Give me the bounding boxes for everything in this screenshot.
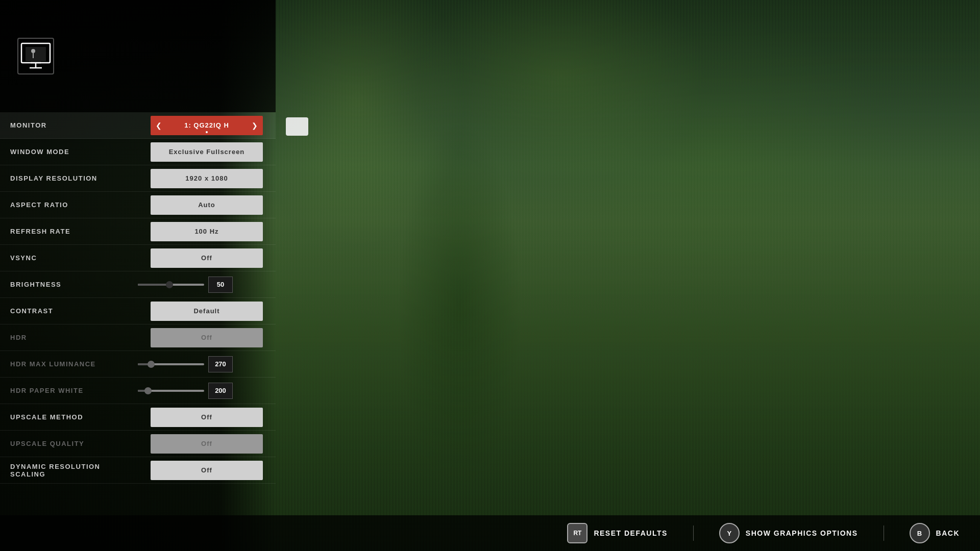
setting-row-hdr_paper_white: HDR PAPER WHITE200 <box>0 378 276 404</box>
setting-control-aspect_ratio[interactable]: Auto <box>138 195 276 215</box>
value-btn-vsync[interactable]: Off <box>151 248 263 268</box>
setting-label-dynamic_resolution_scaling: DYNAMIC RESOLUTION SCALING <box>0 463 138 478</box>
value-btn-contrast[interactable]: Default <box>151 302 263 321</box>
setting-label-aspect_ratio: ASPECT RATIO <box>0 201 138 209</box>
setting-label-upscale_method: UPSCALE METHOD <box>0 413 138 421</box>
slider-input-hdr_paper_white[interactable]: 200 <box>208 383 233 399</box>
selector-dot-monitor <box>206 131 208 133</box>
value-btn-aspect_ratio[interactable]: Auto <box>151 195 263 215</box>
bottom-action-back[interactable]: BBACK <box>910 523 960 543</box>
setting-row-contrast: CONTRASTDefault <box>0 298 276 324</box>
svg-point-6 <box>31 49 35 53</box>
slider-thumb-hdr_paper_white[interactable] <box>144 387 152 394</box>
action-icon-reset_defaults: RT <box>567 523 587 543</box>
setting-label-brightness: BRIGHTNESS <box>0 281 138 288</box>
slider-fill-brightness <box>138 284 169 286</box>
setting-control-brightness[interactable]: 50 <box>138 277 276 293</box>
setting-control-upscale_method[interactable]: Off <box>138 408 276 427</box>
setting-row-upscale_method: UPSCALE METHODOff <box>0 404 276 431</box>
slider-input-brightness[interactable]: 50 <box>208 277 233 293</box>
value-btn-upscale_method[interactable]: Off <box>151 408 263 427</box>
setting-control-window_mode[interactable]: Exclusive Fullscreen <box>138 142 276 162</box>
setting-control-hdr[interactable]: Off <box>138 328 276 347</box>
setting-label-hdr_paper_white: HDR PAPER WHITE <box>0 387 138 394</box>
setting-row-window_mode: WINDOW MODEExclusive Fullscreen <box>0 139 276 165</box>
value-btn-refresh_rate[interactable]: 100 Hz <box>151 222 263 241</box>
slider-track-brightness[interactable] <box>138 284 204 286</box>
action-icon-back: B <box>910 523 930 543</box>
setting-row-upscale_quality: UPSCALE QUALITYOff <box>0 431 276 457</box>
setting-control-refresh_rate[interactable]: 100 Hz <box>138 222 276 241</box>
setting-row-hdr_max_luminance: HDR MAX LUMINANCE270 <box>0 351 276 378</box>
setting-label-vsync: VSYNC <box>0 254 138 262</box>
setting-row-brightness: BRIGHTNESS50 <box>0 271 276 298</box>
setting-row-dynamic_resolution_scaling: DYNAMIC RESOLUTION SCALINGOff <box>0 457 276 484</box>
selector-monitor[interactable]: ❮1: QG22IQ H❯ <box>151 116 263 135</box>
setting-row-monitor: MONITOR❮1: QG22IQ H❯ <box>0 112 276 139</box>
setting-control-monitor[interactable]: ❮1: QG22IQ H❯ <box>138 116 276 135</box>
setting-label-hdr_max_luminance: HDR MAX LUMINANCE <box>0 360 138 368</box>
setting-label-window_mode: WINDOW MODE <box>0 148 138 156</box>
divider <box>884 525 884 541</box>
slider-container-brightness[interactable]: 50 <box>138 277 276 293</box>
header-panel <box>0 0 276 112</box>
setting-label-monitor: MONITOR <box>0 121 138 129</box>
setting-control-hdr_max_luminance[interactable]: 270 <box>138 356 276 372</box>
value-btn-hdr: Off <box>151 328 263 347</box>
slider-container-hdr_paper_white[interactable]: 200 <box>138 383 276 399</box>
setting-control-hdr_paper_white[interactable]: 200 <box>138 383 276 399</box>
settings-panel: MONITOR❮1: QG22IQ H❯WINDOW MODEExclusive… <box>0 112 276 510</box>
divider <box>693 525 694 541</box>
setting-label-display_resolution: DISPLAY RESOLUTION <box>0 174 138 182</box>
selector-right-arrow-monitor[interactable]: ❯ <box>247 116 263 135</box>
setting-label-hdr: HDR <box>0 334 138 341</box>
setting-label-upscale_quality: UPSCALE QUALITY <box>0 440 138 447</box>
setting-label-contrast: CONTRAST <box>0 307 138 315</box>
setting-label-refresh_rate: REFRESH RATE <box>0 228 138 235</box>
selector-left-arrow-monitor[interactable]: ❮ <box>151 116 167 135</box>
setting-control-dynamic_resolution_scaling[interactable]: Off <box>138 461 276 480</box>
action-icon-show_graphics_options: Y <box>719 523 740 543</box>
display-icon <box>15 36 56 77</box>
setting-row-display_resolution: DISPLAY RESOLUTION1920 x 1080 <box>0 165 276 192</box>
slider-track-hdr_max_luminance[interactable] <box>138 363 204 365</box>
svg-rect-5 <box>26 47 46 61</box>
setting-row-vsync: VSYNCOff <box>0 245 276 271</box>
value-btn-display_resolution[interactable]: 980 x 551 <box>151 169 263 188</box>
slider-input-hdr_max_luminance[interactable]: 270 <box>208 356 233 372</box>
setting-control-vsync[interactable]: Off <box>138 248 276 268</box>
bottom-action-show_graphics_options[interactable]: YSHOW GRAPHICS OPTIONS <box>719 523 858 543</box>
action-label-reset_defaults: RESET DEFAULTS <box>594 529 667 537</box>
slider-track-hdr_paper_white[interactable] <box>138 390 204 392</box>
setting-control-upscale_quality[interactable]: Off <box>138 434 276 454</box>
slider-thumb-brightness[interactable] <box>166 281 173 288</box>
action-label-show_graphics_options: SHOW GRAPHICS OPTIONS <box>746 529 858 537</box>
slider-container-hdr_max_luminance[interactable]: 270 <box>138 356 276 372</box>
tooltip-box <box>286 117 308 136</box>
setting-row-aspect_ratio: ASPECT RATIOAuto <box>0 192 276 218</box>
setting-row-hdr: HDROff <box>0 324 276 351</box>
value-btn-window_mode[interactable]: Exclusive Fullscreen <box>151 142 263 162</box>
bottom-action-reset_defaults[interactable]: RTRESET DEFAULTS <box>567 523 667 543</box>
bottom-action-bar: RTRESET DEFAULTSYSHOW GRAPHICS OPTIONSBB… <box>0 515 980 551</box>
setting-control-display_resolution[interactable]: 980 x 551 <box>138 169 276 188</box>
setting-control-contrast[interactable]: Default <box>138 302 276 321</box>
selector-value-monitor: 1: QG22IQ H <box>167 121 247 129</box>
action-label-back: BACK <box>936 529 960 537</box>
value-btn-upscale_quality: Off <box>151 434 263 454</box>
slider-thumb-hdr_max_luminance[interactable] <box>148 361 155 368</box>
value-btn-dynamic_resolution_scaling[interactable]: Off <box>151 461 263 480</box>
setting-row-refresh_rate: REFRESH RATE100 Hz <box>0 218 276 245</box>
